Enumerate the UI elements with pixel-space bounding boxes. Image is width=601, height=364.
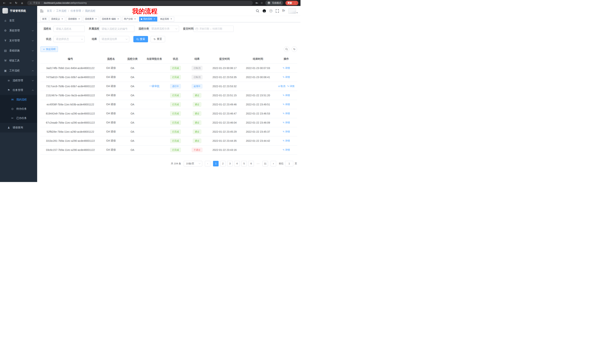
chevron-down-icon bbox=[126, 38, 128, 40]
browser-menu-icon[interactable]: ⋮ bbox=[294, 2, 296, 4]
detail-link[interactable]: ✎详情 bbox=[283, 121, 290, 124]
table-row: 03c6c157-7b9a-11ec-a290-acde48001122OA 请… bbox=[40, 145, 297, 154]
key-icon[interactable] bbox=[255, 1, 258, 4]
start-process-button[interactable]: + 发起流程 bbox=[40, 46, 58, 52]
breadcrumb-item-task-management[interactable]: 任务管理 bbox=[70, 9, 81, 13]
detail-link[interactable]: ✎详情 bbox=[287, 85, 295, 87]
result-badge: 通过 bbox=[193, 93, 201, 98]
font-size-icon[interactable]: TT bbox=[282, 9, 285, 13]
search-icon[interactable] bbox=[256, 9, 259, 13]
page-button-4[interactable]: 4 bbox=[234, 161, 240, 166]
status-badge: 已完成 bbox=[170, 139, 181, 143]
category-select[interactable]: 请选择流程分类 bbox=[149, 26, 179, 32]
page-button-1[interactable]: 1 bbox=[213, 161, 219, 166]
table-row: 7317cec6-7b9b-11ec-b5b7-acde48001122OA 请… bbox=[40, 82, 297, 91]
breadcrumb-item-current: 我的流程 bbox=[85, 9, 95, 13]
filter-time-label: 提交时间 bbox=[183, 27, 193, 30]
breadcrumb-item-home[interactable]: 首页 bbox=[47, 9, 52, 13]
tab-process-definition[interactable]: 流程定义× bbox=[50, 17, 65, 21]
detail-link[interactable]: ✎详情 bbox=[283, 130, 290, 133]
status-badge: 已完成 bbox=[170, 130, 181, 134]
process-definition-input[interactable] bbox=[99, 26, 134, 32]
tab-user-group[interactable]: 用户分组× bbox=[122, 17, 138, 21]
breadcrumb-item-workflow[interactable]: 工作流程 bbox=[56, 9, 67, 13]
browser-back-icon[interactable]: ← bbox=[2, 1, 7, 5]
sidebar-item-system[interactable]: ⚙ 系统管理 bbox=[0, 26, 37, 36]
sidebar-item-workflow[interactable]: ▣ 工作流程 bbox=[0, 66, 37, 76]
process-table: 编号 流程名 流程分类 当前审批任务 状态 结果 提交时间 结束时间 操作 3a… bbox=[40, 55, 297, 154]
prev-page-button[interactable]: ‹ bbox=[205, 161, 210, 166]
tab-home[interactable]: 首页 bbox=[40, 17, 48, 21]
detail-link[interactable]: ✎详情 bbox=[283, 148, 290, 151]
reset-button-label: 重置 bbox=[157, 38, 162, 41]
detail-link[interactable]: ✎详情 bbox=[283, 76, 290, 78]
sidebar-item-done-tasks[interactable]: ✂ 已办任务 bbox=[0, 114, 37, 123]
detail-icon: ✎ bbox=[283, 149, 285, 151]
page-button-2[interactable]: 2 bbox=[220, 161, 226, 166]
tab-close-icon[interactable]: × bbox=[134, 18, 136, 20]
update-button[interactable]: 更新 ⋮ bbox=[285, 1, 298, 5]
sidebar-item-home[interactable]: ⌂ 首页 bbox=[0, 16, 37, 26]
pagination: 共 104 条 10条/页 ‹ 123456···11 › 前往 页 bbox=[40, 161, 297, 166]
table-row: 331bc281-7b9a-11ec-a290-acde48001122OA 请… bbox=[40, 136, 297, 145]
tab-close-icon[interactable]: × bbox=[78, 18, 80, 20]
sidebar-item-my-process[interactable]: ✉ 我的流程 bbox=[0, 95, 37, 104]
browser-forward-icon[interactable]: → bbox=[8, 1, 13, 5]
done-tasks-icon: ✂ bbox=[11, 116, 14, 120]
help-icon[interactable]: ? bbox=[269, 9, 272, 12]
sidebar-item-task-management[interactable]: ⚑ 任务管理 bbox=[0, 85, 37, 95]
sidebar-item-process-management[interactable]: ≡ 流程管理 bbox=[0, 76, 37, 85]
avatar[interactable]: ▾ bbox=[288, 8, 298, 14]
detail-link[interactable]: ✎详情 bbox=[283, 103, 290, 106]
cancel-link[interactable]: ⊘取消 bbox=[278, 85, 285, 87]
next-page-button[interactable]: › bbox=[270, 161, 276, 166]
sidebar-item-payment[interactable]: ¥ 支付管理 bbox=[0, 36, 37, 46]
browser-home-icon[interactable]: ⌂ bbox=[20, 1, 25, 5]
sidebar-item-todo-tasks[interactable]: ⊙ 待办任务 bbox=[0, 104, 37, 114]
current-task-link[interactable]: 一级审批 bbox=[149, 85, 160, 87]
home-icon: ⌂ bbox=[4, 19, 7, 22]
bookmark-star-icon[interactable]: ☆ bbox=[260, 1, 263, 5]
logo-image bbox=[2, 8, 8, 14]
tab-close-icon[interactable]: × bbox=[170, 18, 172, 20]
tab-process-model[interactable]: 流程模型× bbox=[66, 17, 82, 21]
sidebar-item-devtools[interactable]: ⚒ 研发工具 bbox=[0, 56, 37, 66]
page-button-5[interactable]: 5 bbox=[241, 161, 247, 166]
browser-reload-icon[interactable]: ↻ bbox=[14, 1, 19, 5]
status-select[interactable]: 请选择状态 bbox=[53, 36, 85, 42]
sidebar-toggle-icon[interactable] bbox=[40, 10, 43, 12]
status-badge: 已完成 bbox=[170, 120, 181, 125]
tab-close-icon[interactable]: × bbox=[153, 18, 156, 20]
sidebar-item-infrastructure[interactable]: ▤ 基础设施 bbox=[0, 46, 37, 56]
fullscreen-icon[interactable] bbox=[276, 9, 279, 13]
submit-time-range-picker[interactable]: 开始日期 - 结束日期 bbox=[193, 26, 234, 32]
leave-query-icon: ♟ bbox=[7, 126, 10, 129]
result-select[interactable]: 请选择流结果 bbox=[99, 36, 129, 42]
refresh-table-button[interactable]: ↻ bbox=[291, 46, 297, 52]
result-placeholder: 请选择流结果 bbox=[102, 38, 117, 41]
page-button-6[interactable]: 6 bbox=[248, 161, 254, 166]
page-size-select[interactable]: 10条/页 bbox=[184, 161, 202, 166]
goto-page-input[interactable] bbox=[285, 161, 293, 166]
detail-link[interactable]: ✎详情 bbox=[283, 139, 290, 142]
process-name-input[interactable] bbox=[53, 26, 85, 32]
detail-link[interactable]: ✎详情 bbox=[283, 112, 290, 115]
tab-process-form[interactable]: 流程表单× bbox=[83, 17, 99, 21]
tab-close-icon[interactable]: × bbox=[117, 18, 120, 20]
address-bar[interactable]: ⚠ 不安全 | dashboard.yudao.iocoder.cn/bpm/t… bbox=[27, 1, 253, 5]
github-icon[interactable] bbox=[262, 9, 266, 13]
page-button-11[interactable]: 11 bbox=[262, 161, 268, 166]
tab-my-process[interactable]: 我的流程× bbox=[139, 17, 157, 21]
detail-link[interactable]: ✎详情 bbox=[283, 94, 290, 97]
page-ellipsis[interactable]: ··· bbox=[255, 161, 261, 166]
page-button-3[interactable]: 3 bbox=[227, 161, 233, 166]
search-button[interactable]: 搜索 bbox=[133, 36, 148, 42]
tab-process-form-edit[interactable]: 流程表单-编辑× bbox=[100, 17, 121, 21]
tab-start-process[interactable]: 发起流程× bbox=[159, 17, 174, 21]
detail-link[interactable]: ✎详情 bbox=[283, 67, 290, 69]
tab-close-icon[interactable]: × bbox=[61, 18, 63, 20]
tab-close-icon[interactable]: × bbox=[95, 18, 97, 20]
toggle-search-button[interactable] bbox=[284, 46, 289, 52]
reset-button[interactable]: ↻ 重置 bbox=[151, 36, 165, 42]
sidebar-item-leave-query[interactable]: ♟ 请假查询 bbox=[0, 123, 37, 133]
